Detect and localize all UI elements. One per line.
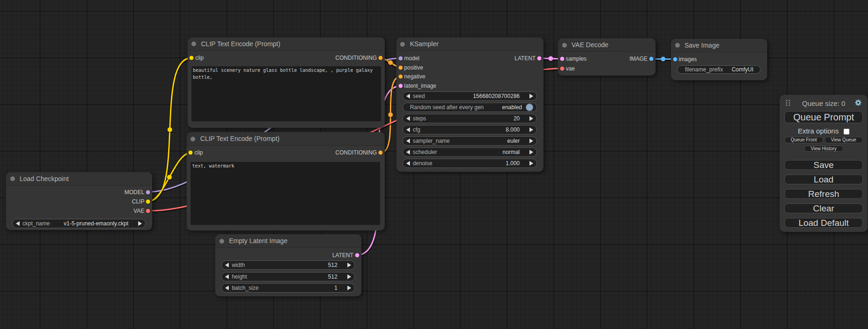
extra-options-checkbox[interactable]: [844, 129, 849, 134]
node-title-bar[interactable]: VAE Decode: [558, 38, 656, 52]
widget-denoise-increment-arrow-icon[interactable]: [529, 161, 533, 166]
widget-batch_size[interactable]: batch_size1: [221, 283, 354, 293]
link-wire-clip[interactable]: [148, 153, 191, 203]
widget-denoise[interactable]: denoise1.000: [402, 159, 537, 168]
input-slot-samples-dot[interactable]: [560, 57, 564, 61]
view-queue-button[interactable]: View Queue: [825, 137, 863, 143]
node-collapse-dot[interactable]: [219, 239, 224, 244]
widget-cfg[interactable]: cfg8.000: [402, 125, 537, 134]
widget-steps-increment-arrow-icon[interactable]: [529, 116, 533, 121]
widget-height[interactable]: height512: [221, 272, 354, 281]
widget-ckpt_name[interactable]: ckpt_namev1-5-pruned-emaonly.ckpt: [12, 219, 146, 228]
widget-seed-value[interactable]: 156680208700286: [473, 92, 520, 100]
widget-cfg-decrement-arrow-icon[interactable]: [406, 127, 410, 132]
output-slot-MODEL-dot[interactable]: [146, 190, 150, 194]
widget-height-increment-arrow-icon[interactable]: [347, 274, 351, 279]
node-title-bar[interactable]: Save Image: [671, 39, 767, 52]
settings-gear-icon[interactable]: [855, 99, 861, 108]
node-collapse-dot[interactable]: [562, 43, 567, 48]
load-default-button[interactable]: Load Default: [784, 218, 863, 228]
widget-steps[interactable]: steps20: [402, 114, 537, 123]
widget-denoise-value[interactable]: 1.000: [506, 159, 520, 168]
widget-scheduler-increment-arrow-icon[interactable]: [529, 150, 533, 154]
output-slot-CLIP-dot[interactable]: [146, 199, 150, 203]
save-button[interactable]: Save: [784, 160, 863, 170]
input-slot-latent_image-dot[interactable]: [398, 84, 402, 88]
widget-width-value[interactable]: 512: [328, 261, 338, 269]
link-midpoint-dot[interactable]: [388, 60, 393, 65]
output-slot-VAE-dot[interactable]: [146, 209, 150, 213]
widget-steps-decrement-arrow-icon[interactable]: [406, 116, 410, 121]
link-midpoint-dot[interactable]: [661, 57, 665, 62]
node-collapse-dot[interactable]: [191, 42, 196, 46]
prompt-textarea[interactable]: [191, 66, 381, 121]
node-collapse-dot[interactable]: [675, 43, 680, 48]
widget-Random seed after every gen-toggle-knob[interactable]: [526, 104, 533, 111]
node-vae-decode[interactable]: VAE DecodesamplesvaeIMAGE: [558, 38, 656, 76]
widget-sampler_name[interactable]: sampler_nameeuler: [402, 136, 537, 146]
widget-seed-increment-arrow-icon[interactable]: [529, 94, 533, 98]
queue-prompt-button[interactable]: Queue Prompt: [784, 111, 863, 123]
widget-filename_prefix-value[interactable]: ComfyUI: [732, 66, 754, 73]
node-collapse-dot[interactable]: [10, 176, 15, 181]
link-midpoint-dot[interactable]: [388, 112, 393, 117]
widget-sampler_name-increment-arrow-icon[interactable]: [529, 139, 533, 143]
node-save-image[interactable]: Save Imageimagesfilename_prefixComfyUI: [671, 39, 767, 80]
widget-ckpt_name-decrement-arrow-icon[interactable]: [16, 221, 20, 226]
node-clip-text-encode-2[interactable]: CLIP Text Encode (Prompt)clipCONDITIONIN…: [187, 132, 385, 230]
widget-width-decrement-arrow-icon[interactable]: [225, 263, 229, 267]
queue-front-button[interactable]: Queue Front: [784, 137, 823, 143]
widget-sampler_name-decrement-arrow-icon[interactable]: [406, 139, 410, 143]
node-collapse-dot[interactable]: [191, 137, 195, 141]
output-slot-CONDITIONING-dot[interactable]: [379, 56, 383, 60]
output-slot-LATENT-dot[interactable]: [537, 56, 542, 60]
node-load-checkpoint[interactable]: Load CheckpointMODELCLIPVAEckpt_namev1-5…: [6, 172, 152, 231]
node-ksampler[interactable]: KSamplermodelpositivenegativelatent_imag…: [396, 37, 543, 172]
link-midpoint-dot[interactable]: [167, 175, 172, 180]
widget-width[interactable]: width512: [221, 260, 354, 270]
output-slot-IMAGE-dot[interactable]: [649, 57, 653, 61]
widget-ckpt_name-increment-arrow-icon[interactable]: [138, 221, 142, 226]
node-title-bar[interactable]: CLIP Text Encode (Prompt): [187, 132, 385, 146]
widget-height-value[interactable]: 512: [328, 273, 338, 281]
widget-filename_prefix[interactable]: filename_prefixComfyUI: [677, 65, 761, 74]
prompt-textarea[interactable]: [191, 162, 380, 225]
input-slot-positive-dot[interactable]: [398, 65, 402, 70]
node-empty-latent-image[interactable]: Empty Latent ImageLATENTwidth512height51…: [215, 234, 361, 296]
widget-scheduler[interactable]: schedulernormal: [402, 147, 537, 157]
widget-Random seed after every gen-value[interactable]: enabled: [502, 103, 522, 112]
widget-cfg-increment-arrow-icon[interactable]: [529, 127, 533, 132]
link-wire-clip[interactable]: [148, 58, 191, 202]
widget-batch_size-increment-arrow-icon[interactable]: [347, 286, 351, 290]
input-slot-images-dot[interactable]: [673, 57, 677, 61]
node-title-bar[interactable]: Load Checkpoint: [6, 172, 152, 186]
input-slot-vae-dot[interactable]: [560, 66, 564, 70]
widget-scheduler-decrement-arrow-icon[interactable]: [406, 150, 410, 154]
input-slot-negative-dot[interactable]: [398, 75, 402, 79]
widget-denoise-decrement-arrow-icon[interactable]: [406, 161, 410, 166]
widget-Random seed after every gen[interactable]: Random seed after every genenabled: [402, 103, 537, 112]
widget-sampler_name-value[interactable]: euler: [507, 137, 520, 145]
refresh-button[interactable]: Refresh: [784, 189, 863, 199]
output-slot-LATENT-dot[interactable]: [355, 253, 359, 257]
load-button[interactable]: Load: [784, 175, 863, 184]
input-slot-clip-dot[interactable]: [190, 56, 194, 60]
output-slot-CONDITIONING-dot[interactable]: [378, 151, 382, 155]
input-slot-model-dot[interactable]: [398, 56, 402, 60]
widget-scheduler-value[interactable]: normal: [502, 148, 520, 156]
view-history-button[interactable]: View History: [804, 146, 843, 152]
link-midpoint-dot[interactable]: [548, 56, 553, 61]
node-clip-text-encode-1[interactable]: CLIP Text Encode (Prompt)clipCONDITIONIN…: [188, 37, 385, 128]
widget-seed-decrement-arrow-icon[interactable]: [406, 94, 410, 98]
node-collapse-dot[interactable]: [400, 42, 405, 47]
graph-canvas[interactable]: Load CheckpointMODELCLIPVAEckpt_namev1-5…: [0, 0, 868, 329]
input-slot-clip-dot[interactable]: [189, 151, 193, 155]
widget-steps-value[interactable]: 20: [514, 114, 520, 123]
widget-height-decrement-arrow-icon[interactable]: [225, 274, 229, 279]
widget-seed[interactable]: seed156680208700286: [402, 91, 537, 101]
widget-width-increment-arrow-icon[interactable]: [347, 263, 351, 267]
node-title-bar[interactable]: Empty Latent Image: [215, 234, 361, 248]
widget-batch_size-value[interactable]: 1: [334, 284, 338, 292]
widget-cfg-value[interactable]: 8.000: [506, 126, 520, 134]
node-title-bar[interactable]: KSampler: [396, 37, 543, 51]
